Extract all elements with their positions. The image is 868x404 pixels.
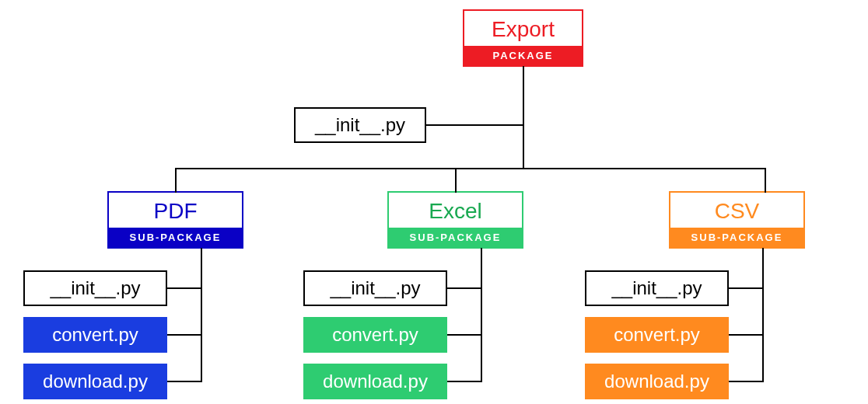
- file-excel-convert: convert.py: [303, 317, 447, 353]
- connector: [729, 334, 764, 336]
- connector: [447, 334, 482, 336]
- connector: [523, 66, 524, 168]
- connector: [447, 381, 482, 382]
- file-excel-init: __init__.py: [303, 270, 447, 306]
- connector: [175, 168, 766, 169]
- file-pdf-init: __init__.py: [23, 270, 167, 306]
- connector: [455, 168, 457, 193]
- subpackage-pdf: PDF SUB-PACKAGE: [107, 191, 243, 249]
- file-root-init: __init__.py: [294, 107, 426, 143]
- file-excel-download: download.py: [303, 364, 447, 399]
- package-title: Export: [464, 11, 582, 46]
- connector: [481, 248, 482, 381]
- connector: [167, 381, 202, 382]
- package-export: Export PACKAGE: [463, 9, 583, 67]
- connector: [729, 287, 764, 289]
- connector: [765, 168, 766, 193]
- connector: [729, 381, 764, 382]
- file-csv-convert: convert.py: [585, 317, 729, 353]
- subpackage-excel: Excel SUB-PACKAGE: [387, 191, 523, 249]
- connector: [175, 168, 177, 193]
- file-pdf-convert: convert.py: [23, 317, 167, 353]
- subpackage-tag: SUB-PACKAGE: [109, 228, 242, 247]
- package-hierarchy-diagram: Export PACKAGE __init__.py PDF SUB-PACKA…: [0, 0, 868, 404]
- subpackage-csv: CSV SUB-PACKAGE: [669, 191, 805, 249]
- subpackage-tag: SUB-PACKAGE: [670, 228, 803, 247]
- subpackage-title: Excel: [389, 193, 522, 228]
- connector: [426, 124, 524, 126]
- subpackage-tag: SUB-PACKAGE: [389, 228, 522, 247]
- connector: [167, 287, 202, 289]
- subpackage-title: CSV: [670, 193, 803, 228]
- file-csv-download: download.py: [585, 364, 729, 399]
- file-csv-init: __init__.py: [585, 270, 729, 306]
- connector: [167, 334, 202, 336]
- connector: [201, 248, 202, 381]
- file-pdf-download: download.py: [23, 364, 167, 399]
- connector: [762, 248, 764, 381]
- connector: [447, 287, 482, 289]
- subpackage-title: PDF: [109, 193, 242, 228]
- package-tag: PACKAGE: [464, 46, 582, 65]
